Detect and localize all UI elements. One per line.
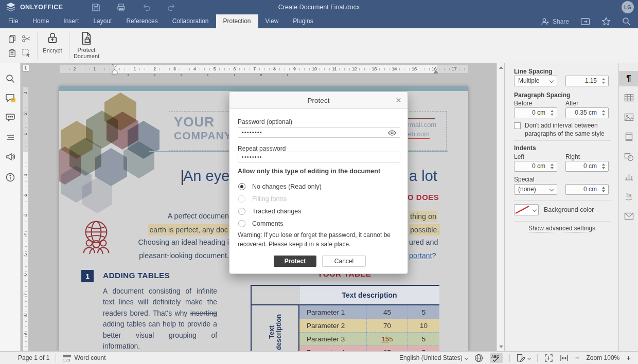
spell-check-toggle[interactable]: ABC <box>490 353 503 363</box>
tab-layout[interactable]: Layout <box>86 14 119 28</box>
special-amount-spinner[interactable]: 0 cm <box>565 184 609 195</box>
open-file-location-icon[interactable] <box>580 17 590 26</box>
background-color-swatch[interactable] <box>514 204 539 215</box>
spin-down-icon[interactable] <box>551 167 554 169</box>
tab-references[interactable]: References <box>119 14 165 28</box>
chat-icon[interactable] <box>5 113 15 123</box>
cut-icon[interactable] <box>21 33 32 44</box>
tab-protection[interactable]: Protection <box>216 14 258 28</box>
right-indent-marker[interactable] <box>433 70 438 74</box>
chart-settings-tab[interactable] <box>619 169 638 184</box>
close-icon[interactable]: × <box>396 94 401 106</box>
hyperlink-fragment[interactable]: portant <box>409 251 432 260</box>
table-settings-tab[interactable] <box>619 90 638 105</box>
protect-button[interactable]: Protect <box>274 256 316 267</box>
user-avatar[interactable]: LG <box>622 1 634 13</box>
find-icon[interactable] <box>5 74 15 84</box>
line-spacing-dropdown[interactable]: Multiple <box>514 76 557 86</box>
tab-insert[interactable]: Insert <box>56 14 86 28</box>
spin-down-icon[interactable] <box>551 114 554 116</box>
interval-checkbox[interactable] <box>514 122 521 129</box>
scroll-up-arrow[interactable] <box>499 66 503 69</box>
print-icon[interactable] <box>116 3 126 12</box>
vertical-ruler[interactable]: 321123456789 <box>23 86 29 351</box>
select-all-icon[interactable] <box>21 47 32 59</box>
track-changes-toggle[interactable] <box>517 354 530 362</box>
protect-document-button[interactable]: Protect Document <box>72 31 101 59</box>
tab-view[interactable]: View <box>258 14 286 28</box>
ruler-ticks <box>60 68 468 70</box>
header-footer-settings-tab[interactable] <box>619 129 638 144</box>
tab-stop-selector[interactable]: L <box>23 65 29 71</box>
spin-up-icon[interactable] <box>602 78 605 80</box>
set-language-globe-icon[interactable] <box>474 354 483 362</box>
radio-circle-icon[interactable] <box>238 208 245 215</box>
dialog-header[interactable]: Protect × <box>229 92 407 109</box>
radio-option-tracked-changes[interactable]: Tracked changes <box>238 207 301 215</box>
table-value-cell: 155 <box>366 332 407 345</box>
undo-icon[interactable] <box>141 3 151 12</box>
horizontal-ruler[interactable]: 211234567891011121314151617 <box>59 65 468 74</box>
spin-down-icon[interactable] <box>602 190 605 192</box>
line-spacing-spinner[interactable]: 1.15 <box>565 76 609 86</box>
repeat-password-input[interactable]: •••••••• <box>238 152 400 162</box>
left-toolbar <box>0 63 21 351</box>
spin-down-icon[interactable] <box>602 114 605 116</box>
tab-collaboration[interactable]: Collaboration <box>165 14 216 28</box>
radio-circle-icon[interactable] <box>238 220 245 227</box>
language-selector[interactable]: English (United States) <box>399 354 468 361</box>
radio-option-no-changes-read-only[interactable]: No changes (Read only) <box>238 183 322 190</box>
encrypt-button[interactable]: Encrypt <box>39 31 66 53</box>
word-count-button[interactable]: 123 Word count <box>62 354 105 362</box>
save-icon[interactable] <box>91 3 101 12</box>
tab-file[interactable]: File <box>1 14 25 28</box>
indent-left-spinner[interactable]: 0 cm <box>514 161 557 172</box>
zoom-out-button[interactable]: − <box>575 353 580 363</box>
redo-icon[interactable] <box>167 3 176 12</box>
spin-down-icon[interactable] <box>602 167 605 169</box>
password-input[interactable]: •••••••• <box>238 127 400 138</box>
radio-circle-icon[interactable] <box>238 183 245 190</box>
search-icon[interactable] <box>622 17 631 26</box>
indent-right-spinner[interactable]: 0 cm <box>565 161 609 172</box>
spin-up-icon[interactable] <box>551 110 554 112</box>
spin-down-icon[interactable] <box>602 82 605 84</box>
show-password-eye-icon[interactable] <box>388 130 396 136</box>
copy-icon[interactable] <box>6 33 17 44</box>
fit-width-button[interactable] <box>560 354 569 362</box>
cancel-button[interactable]: Cancel <box>322 256 366 267</box>
spacing-before-spinner[interactable]: 0 cm <box>514 107 557 118</box>
navigation-headings-icon[interactable] <box>5 132 15 142</box>
feedback-icon[interactable] <box>5 152 15 162</box>
spin-up-icon[interactable] <box>602 163 605 166</box>
mail-merge-settings-tab[interactable] <box>619 208 638 224</box>
image-settings-tab[interactable] <box>619 110 638 125</box>
share-button[interactable]: Share <box>541 17 569 26</box>
tab-plugins[interactable]: Plugins <box>286 14 320 28</box>
svg-text:Ta: Ta <box>625 192 632 199</box>
zoom-in-button[interactable]: + <box>626 353 631 363</box>
radio-option-comments[interactable]: Comments <box>238 220 283 227</box>
spacing-after-spinner[interactable]: 0.35 cm <box>565 107 609 118</box>
spin-up-icon[interactable] <box>551 163 554 166</box>
special-dropdown[interactable]: (none) <box>514 184 557 195</box>
interval-checkbox-label: Don't add interval betweenparagraphs of … <box>525 121 605 138</box>
body-text-fragment-left: A perfect documen <box>168 211 229 221</box>
shape-settings-tab[interactable] <box>619 149 638 165</box>
spin-up-icon[interactable] <box>602 110 605 112</box>
indent-markers[interactable] <box>112 64 118 75</box>
text-art-settings-tab[interactable]: Ta <box>619 188 638 204</box>
scroll-down-arrow[interactable] <box>499 345 503 348</box>
tab-home[interactable]: Home <box>25 14 56 28</box>
page-indicator[interactable]: Page 1 of 1 <box>18 354 49 361</box>
paragraph-settings-tab[interactable]: ¶ <box>619 71 638 86</box>
spin-up-icon[interactable] <box>602 187 605 189</box>
vertical-scrollbar[interactable] <box>497 63 504 351</box>
paste-icon[interactable] <box>6 47 17 59</box>
comments-icon[interactable] <box>5 93 15 103</box>
about-info-icon[interactable] <box>5 172 15 183</box>
advanced-settings-link[interactable]: Show advanced settings <box>505 225 619 232</box>
favorite-star-icon[interactable] <box>601 17 611 26</box>
fit-page-button[interactable] <box>544 354 553 362</box>
zoom-level-label: Zoom 100% <box>587 354 620 361</box>
